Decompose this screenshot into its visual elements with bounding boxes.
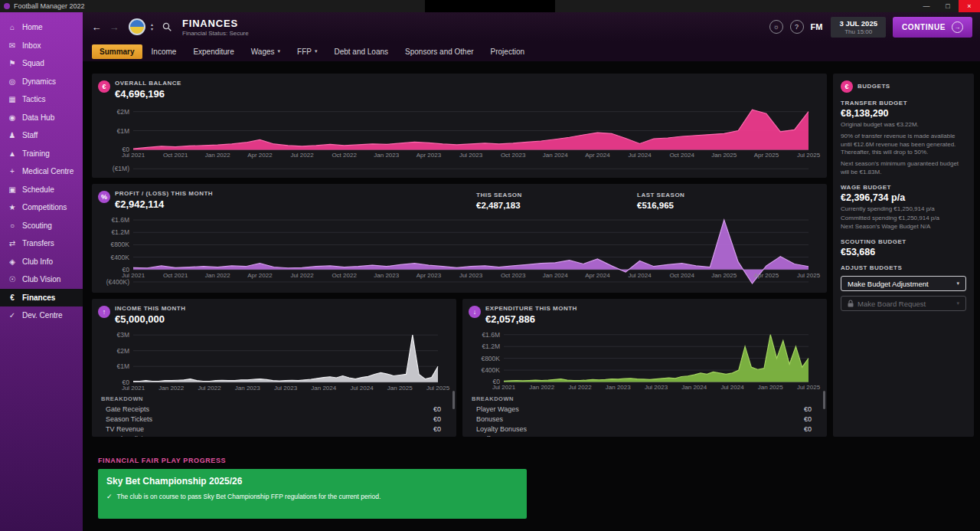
sidebar-item-label: Dynamics [22,77,56,86]
close-button[interactable]: × [959,0,980,12]
svg-text:Jul 2021: Jul 2021 [122,152,145,159]
income-value: €5,000,000 [115,313,186,325]
svg-text:Jul 2025: Jul 2025 [797,272,821,279]
staff-icon: ♟ [8,131,17,139]
board-request-label: Make Board Request [858,300,926,308]
inbox-icon: ✉ [8,41,17,50]
club-badge[interactable] [129,18,145,35]
tab-income[interactable]: Income [144,44,185,59]
sidebar-item-scouting[interactable]: ○Scouting [0,217,83,235]
svg-text:Jul 2021: Jul 2021 [122,385,145,392]
window-titlebar: Football Manager 2022 — □ × [0,0,980,12]
sidebar-item-schedule[interactable]: ▣Schedule [0,181,83,199]
breakdown-row-label: Gate Receipts [106,405,149,413]
sidebar-item-label: Data Hub [22,113,54,122]
tab-summary[interactable]: Summary [92,44,142,59]
breakdown-row[interactable]: TV Revenue€0 [98,424,450,434]
sidebar-item-inbox[interactable]: ✉Inbox [0,37,83,55]
expenditure-chart: €1.6M€1.2M€800K€400K€0Jul 2021Jan 2022Ju… [469,326,821,392]
svg-text:Jul 2022: Jul 2022 [290,152,314,159]
svg-text:Jan 2022: Jan 2022 [205,152,230,159]
sidebar-item-label: Scouting [22,221,52,230]
breakdown-row-value: €0 [433,415,441,423]
tab-label: Projection [491,48,524,56]
tab-sponsors-and-other[interactable]: Sponsors and Other [397,44,482,59]
breakdown-row[interactable]: Gate Receipts€0 [98,404,450,414]
breakdown-row[interactable]: Merchandising€0 [98,434,450,437]
wage-note-1: Currently spending €1,250,914 p/a [841,205,966,214]
svg-text:Jan 2025: Jan 2025 [711,152,737,159]
budgets-panel: € BUDGETS TRANSFER BUDGET €8,138,290 Ori… [833,74,974,437]
advisor-icon[interactable]: ☼ [769,20,783,34]
income-scrollbar[interactable] [452,391,455,409]
board-request-dropdown[interactable]: Make Board Request ▾ [841,296,966,311]
svg-text:(€1M): (€1M) [113,165,129,172]
tab-wages[interactable]: Wages▾ [243,44,288,59]
breakdown-row[interactable]: Bonuses€0 [469,414,821,424]
ffp-status-text: The club is on course to pass Sky Bet Ch… [117,493,381,500]
tab-projection[interactable]: Projection [483,44,532,59]
sidebar-item-label: Club Info [22,257,53,266]
maximize-button[interactable]: □ [937,0,959,12]
svg-text:€3M: €3M [116,331,129,339]
sidebar-item-home[interactable]: ⌂Home [0,18,83,37]
transfer-budget-value: €8,138,290 [841,108,966,119]
svg-text:€1M: €1M [116,127,129,135]
sidebar-item-squad[interactable]: ⚑Squad [0,54,83,73]
back-button[interactable]: ← [90,21,103,33]
svg-text:Apr 2024: Apr 2024 [585,272,610,279]
budget-adjustment-dropdown[interactable]: Make Budget Adjustment ▾ [841,276,966,291]
last-season-label: LAST SEASON [637,192,684,198]
sidebar-item-transfers[interactable]: ⇄Transfers [0,234,83,253]
svg-text:Jul 2025: Jul 2025 [797,152,821,159]
schedule-icon: ▣ [8,185,17,194]
expenditure-value: €2,057,886 [485,313,577,325]
sidebar-item-club-info[interactable]: ◈Club Info [0,253,83,271]
breakdown-row[interactable]: Player Wages€0 [469,404,821,414]
medical-centre-icon: + [8,167,17,175]
ffp-section: FINANCIAL FAIR PLAY PROGRESS Sky Bet Cha… [98,457,980,519]
svg-text:Apr 2022: Apr 2022 [247,272,273,279]
club-switch-chevrons[interactable]: ▴ ▾ [151,22,153,31]
svg-text:Oct 2021: Oct 2021 [163,152,188,159]
tab-expenditure[interactable]: Expenditure [185,44,241,59]
sidebar-item-label: Squad [22,59,44,67]
continue-button[interactable]: CONTINUE → [893,17,972,38]
continue-arrow-icon: → [952,21,963,33]
breakdown-row[interactable]: Staff Wages€0 [469,434,821,437]
wage-note-3: Next Season's Wage Budget N/A [841,223,966,231]
tab-debt-and-loans[interactable]: Debt and Loans [326,44,396,59]
sidebar-item-label: Tactics [22,95,46,103]
tab-ffp[interactable]: FFP▾ [289,44,325,59]
svg-text:Jul 2024: Jul 2024 [720,384,744,391]
svg-text:Jan 2024: Jan 2024 [543,152,568,159]
svg-text:(€400K): (€400K) [106,278,129,286]
expenditure-scrollbar[interactable] [823,391,825,409]
breakdown-row[interactable]: Loyalty Bonuses€0 [469,424,821,434]
search-button[interactable] [162,21,172,32]
sidebar-item-dynamics[interactable]: ◎Dynamics [0,73,83,91]
sidebar-item-training[interactable]: ▲Training [0,145,83,163]
svg-text:€800K: €800K [110,241,129,248]
transfer-budget-note-3: Next season's minimum guaranteed budget … [841,160,966,177]
profit-loss-icon: % [98,191,110,203]
sidebar-item-medical-centre[interactable]: +Medical Centre [0,162,83,181]
sidebar-item-competitions[interactable]: ★Competitions [0,198,83,217]
sidebar-item-dev-centre[interactable]: ✓Dev. Centre [0,306,83,325]
sidebar-item-data-hub[interactable]: ◉Data Hub [0,109,83,127]
expenditure-title: EXPENDITURE THIS MONTH [485,305,577,312]
svg-text:Jan 2025: Jan 2025 [758,384,783,391]
sidebar-item-label: Staff [22,131,38,139]
sidebar-item-tactics[interactable]: ▦Tactics [0,90,83,109]
sidebar-item-club-vision[interactable]: ☉Club Vision [0,270,83,289]
minimize-button[interactable]: — [916,0,937,12]
sidebar-item-staff[interactable]: ♟Staff [0,126,83,145]
svg-text:Jul 2024: Jul 2024 [628,272,652,279]
breakdown-row-label: Bonuses [476,415,503,423]
scouting-budget-label: SCOUTING BUDGET [841,238,966,245]
sidebar-item-finances[interactable]: €Finances [0,289,83,307]
help-icon[interactable]: ? [790,20,804,34]
forward-button[interactable]: → [108,21,120,33]
breakdown-row[interactable]: Season Tickets€0 [98,414,450,424]
income-panel: ↑ INCOME THIS MONTH €5,000,000 €3M€2M€1M… [92,299,456,437]
